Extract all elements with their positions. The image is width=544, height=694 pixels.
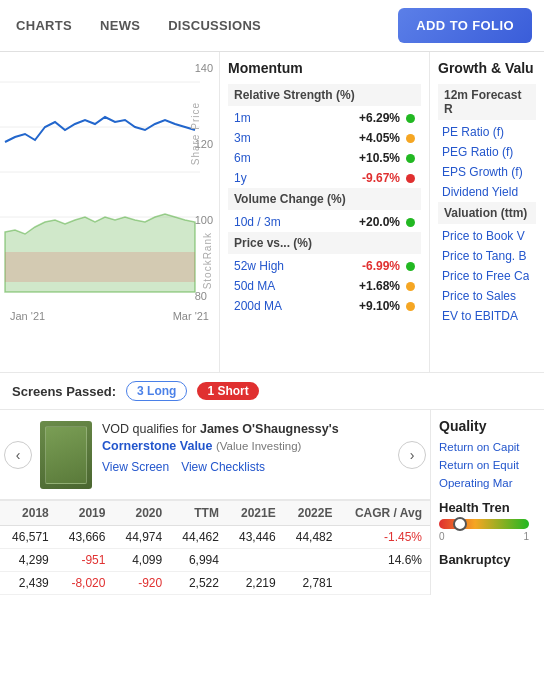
momentum-row-1y[interactable]: 1y -9.67% — [228, 168, 421, 188]
table-row: 2,439 -8,020 -920 2,522 2,219 2,781 — [0, 572, 430, 595]
cell-r2-2022e — [284, 549, 341, 572]
cell-r1-2021e: 43,446 — [227, 526, 284, 549]
momentum-section: Momentum Relative Strength (%) 1m +6.29%… — [220, 52, 430, 372]
label-1y: 1y — [234, 171, 345, 185]
momentum-row-1m[interactable]: 1m +6.29% — [228, 108, 421, 128]
cell-r2-2021e — [227, 549, 284, 572]
cell-r3-2020: -920 — [113, 572, 170, 595]
momentum-row-3m[interactable]: 3m +4.05% — [228, 128, 421, 148]
carousel-text: VOD qualifies for James O'Shaugnessy'sCo… — [102, 421, 390, 474]
pfc-label: Price to Free Ca — [442, 269, 529, 283]
view-checklists-link[interactable]: View Checklists — [181, 460, 265, 474]
growth-section: Growth & Valu 12m Forecast R PE Ratio (f… — [430, 52, 544, 372]
momentum-row-50dma[interactable]: 50d MA +1.68% — [228, 276, 421, 296]
value-50dma: +1.68% — [345, 279, 400, 293]
pb-label: Price to Book V — [442, 229, 525, 243]
table-header-row: 2018 2019 2020 TTM 2021E 2022E CAGR / Av… — [0, 501, 430, 526]
health-trend-title: Health Tren — [431, 492, 544, 519]
dot-1y — [406, 174, 415, 183]
value-1y: -9.67% — [345, 171, 400, 185]
label-10d3m: 10d / 3m — [234, 215, 345, 229]
svg-marker-6 — [5, 252, 195, 282]
price-chart — [0, 52, 220, 322]
col-cagr: CAGR / Avg — [340, 501, 430, 526]
dot-10d3m — [406, 218, 415, 227]
carousel-card: VOD qualifies for James O'Shaugnessy'sCo… — [32, 421, 398, 489]
table-row: 4,299 -951 4,099 6,994 14.6% — [0, 549, 430, 572]
col-2022e: 2022E — [284, 501, 341, 526]
cell-r1-2020: 44,974 — [113, 526, 170, 549]
growth-price-free[interactable]: Price to Free Ca — [438, 266, 536, 286]
data-table-area: 2018 2019 2020 TTM 2021E 2022E CAGR / Av… — [0, 500, 430, 595]
cell-r3-2018: 2,439 — [0, 572, 57, 595]
right-panel: Quality Return on Capit Return on Equit … — [430, 410, 544, 595]
growth-dividend[interactable]: Dividend Yield — [438, 182, 536, 202]
bottom-left: ‹ VOD qualifies for James O'Shaugnessy's… — [0, 410, 430, 595]
dot-3m — [406, 134, 415, 143]
add-to-folio-button[interactable]: ADD TO FOLIO — [398, 8, 532, 43]
dot-52w — [406, 262, 415, 271]
x-label-jan: Jan '21 — [10, 310, 45, 322]
momentum-row-200dma[interactable]: 200d MA +9.10% — [228, 296, 421, 316]
y-label-140: 140 — [195, 62, 213, 74]
momentum-row-52w[interactable]: 52w High -6.99% — [228, 256, 421, 276]
ps-label: Price to Sales — [442, 289, 516, 303]
cell-r3-cagr — [340, 572, 430, 595]
growth-price-book[interactable]: Price to Book V — [438, 226, 536, 246]
short-badge[interactable]: 1 Short — [197, 382, 258, 400]
carousel-type: (Value Investing) — [216, 440, 301, 452]
carousel-strategy: Cornerstone Value — [102, 439, 212, 453]
return-on-capital[interactable]: Return on Capit — [431, 438, 544, 456]
label-3m: 3m — [234, 131, 345, 145]
operating-margin[interactable]: Operating Mar — [431, 474, 544, 492]
cell-r1-ttm: 44,462 — [170, 526, 227, 549]
growth-pe-ratio[interactable]: PE Ratio (f) — [438, 122, 536, 142]
health-bar — [439, 519, 529, 529]
health-scale-0: 0 — [439, 531, 445, 542]
carousel-description: VOD qualifies for James O'Shaugnessy'sCo… — [102, 421, 390, 456]
dot-200dma — [406, 302, 415, 311]
growth-price-tang[interactable]: Price to Tang. B — [438, 246, 536, 266]
pe-label: PE Ratio (f) — [442, 125, 504, 139]
y-label-100: 100 — [195, 214, 213, 226]
screens-passed-row: Screens Passed: 3 Long 1 Short — [0, 372, 544, 410]
cell-r2-2019: -951 — [57, 549, 114, 572]
volume-change-title: Volume Change (%) — [228, 188, 421, 210]
cell-r3-2019: -8,020 — [57, 572, 114, 595]
momentum-row-6m[interactable]: 6m +10.5% — [228, 148, 421, 168]
growth-peg-ratio[interactable]: PEG Ratio (f) — [438, 142, 536, 162]
ptb-label: Price to Tang. B — [442, 249, 527, 263]
momentum-row-10d3m[interactable]: 10d / 3m +20.0% — [228, 212, 421, 232]
relative-strength-title: Relative Strength (%) — [228, 84, 421, 106]
long-badge[interactable]: 3 Long — [126, 381, 187, 401]
growth-title: Growth & Valu — [438, 60, 536, 76]
cell-r2-ttm: 6,994 — [170, 549, 227, 572]
share-price-label: Share Price — [190, 102, 201, 165]
carousel-links: View Screen View Checklists — [102, 460, 390, 474]
growth-price-sales[interactable]: Price to Sales — [438, 286, 536, 306]
value-6m: +10.5% — [345, 151, 400, 165]
nav-items: CHARTS NEWS DISCUSSIONS — [12, 12, 398, 39]
carousel-prev-button[interactable]: ‹ — [4, 441, 32, 469]
price-vs-title: Price vs... (%) — [228, 232, 421, 254]
return-on-equity[interactable]: Return on Equit — [431, 456, 544, 474]
col-2020: 2020 — [113, 501, 170, 526]
cell-r1-cagr: -1.45% — [340, 526, 430, 549]
cell-r1-2019: 43,666 — [57, 526, 114, 549]
forecast-title: 12m Forecast R — [438, 84, 536, 120]
growth-eps[interactable]: EPS Growth (f) — [438, 162, 536, 182]
bottom-layout: ‹ VOD qualifies for James O'Shaugnessy's… — [0, 410, 544, 595]
carousel-area: ‹ VOD qualifies for James O'Shaugnessy's… — [0, 410, 430, 500]
label-6m: 6m — [234, 151, 345, 165]
screens-label: Screens Passed: — [12, 384, 116, 399]
nav-charts[interactable]: CHARTS — [12, 12, 76, 39]
bankruptcy-title: Bankruptcy — [431, 548, 544, 569]
view-screen-link[interactable]: View Screen — [102, 460, 169, 474]
nav-discussions[interactable]: DISCUSSIONS — [164, 12, 265, 39]
growth-ev-ebitda[interactable]: EV to EBITDA — [438, 306, 536, 326]
health-marker — [453, 517, 467, 531]
carousel-next-button[interactable]: › — [398, 441, 426, 469]
x-label-mar: Mar '21 — [173, 310, 209, 322]
nav-news[interactable]: NEWS — [96, 12, 144, 39]
health-scale-1: 1 — [523, 531, 529, 542]
